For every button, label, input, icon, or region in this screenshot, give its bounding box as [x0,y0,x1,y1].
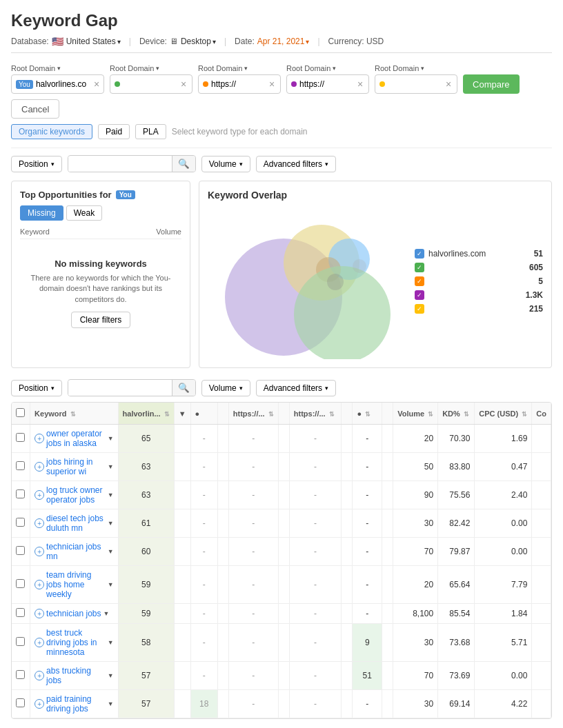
advanced-filters-button[interactable]: Advanced filters [256,156,336,172]
pla-button[interactable]: PLA [135,124,166,139]
close-icon-5[interactable]: × [446,79,451,90]
row-checkbox-1[interactable] [16,461,25,470]
th-check[interactable] [12,403,30,425]
row-kw-1[interactable]: + jobs hiring in superior wi ▼ [30,453,119,481]
country-dropdown[interactable]: United States [66,37,121,46]
search-input[interactable] [68,156,172,172]
domain-input-1[interactable]: You × [11,74,104,94]
row-checkbox-9[interactable] [16,698,25,707]
row-checkbox-2[interactable] [16,489,25,498]
cancel-button[interactable]: Cancel [11,99,59,119]
domain-input-2[interactable]: × [110,74,192,94]
domain-field-4[interactable] [299,79,355,89]
position-filter-button-2[interactable]: Position [11,380,62,396]
th-site4[interactable]: https://... ⇅ [289,403,342,425]
weak-tab[interactable]: Weak [66,205,102,221]
th-kd[interactable]: KD% ⇅ [438,403,475,425]
row-kw-3[interactable]: + diesel tech jobs duluth mn ▼ [30,509,119,538]
missing-tab[interactable]: Missing [20,205,63,221]
th-filter2[interactable] [217,403,228,425]
plus-icon-5[interactable]: + [34,580,44,589]
row-check-8[interactable] [12,662,30,690]
row-check-9[interactable] [12,690,30,718]
plus-icon-9[interactable]: + [34,699,44,709]
select-all-checkbox[interactable] [16,408,25,417]
date-dropdown[interactable]: Apr 21, 2021 [257,37,310,46]
close-icon-4[interactable]: × [357,79,363,90]
close-icon-2[interactable]: × [181,79,186,90]
row-checkbox-0[interactable] [16,433,25,442]
row-check-2[interactable] [12,481,30,509]
row-kw-8[interactable]: + abs trucking jobs ▼ [30,662,119,690]
row-checkbox-8[interactable] [16,670,25,679]
th-site3[interactable]: https://... ⇅ [228,403,278,425]
clear-filters-button[interactable]: Clear filters [71,312,131,328]
row-kw-5[interactable]: + team driving jobs home weekly ▼ [30,566,119,604]
row-kw-2[interactable]: + log truck owner operator jobs ▼ [30,481,119,509]
row-check-4[interactable] [12,538,30,566]
row-kw-7[interactable]: + best truck driving jobs in minnesota ▼ [30,624,119,662]
plus-icon-8[interactable]: + [34,671,44,680]
search-wrap[interactable]: 🔍 [68,155,196,172]
row-kw-0[interactable]: + owner operator jobs in alaska ▼ [30,425,119,453]
row-check-5[interactable] [12,566,30,604]
date-selector[interactable]: Date: Apr 21, 2021 [235,37,309,46]
domain-field-2[interactable] [123,79,178,89]
row-checkbox-5[interactable] [16,579,25,588]
row-check-3[interactable] [12,509,30,538]
row-check-6[interactable] [12,604,30,624]
volume-filter-button[interactable]: Volume [201,156,250,172]
organic-keywords-button[interactable]: Organic keywords [11,124,92,139]
plus-icon-7[interactable]: + [34,638,44,647]
row-check-1[interactable] [12,453,30,481]
device-dropdown[interactable]: Desktop [181,37,216,46]
th-co[interactable]: Co [532,403,551,425]
volume-filter-button-2[interactable]: Volume [201,380,250,396]
th-site5[interactable]: ● ⇅ [353,403,382,425]
domain-label-1[interactable]: Root Domain [11,64,104,72]
row-checkbox-7[interactable] [16,637,25,646]
compare-button[interactable]: Compare [463,74,519,94]
database-selector[interactable]: Database: 🇺🇸 United States [11,36,121,47]
domain-input-4[interactable]: × [286,74,369,94]
search-button-2[interactable]: 🔍 [172,380,195,396]
th-site1[interactable]: halvorlin... ⇅ [118,403,174,425]
device-selector[interactable]: Device: 🖥 Desktop [139,37,216,46]
domain-label-4[interactable]: Root Domain [286,64,369,72]
th-filter5[interactable] [382,403,393,425]
domain-input-5[interactable]: × [375,74,457,94]
th-cpc[interactable]: CPC (USD) ⇅ [475,403,532,425]
position-filter-button[interactable]: Position [11,156,62,172]
th-filter3[interactable] [278,403,289,425]
th-keyword[interactable]: Keyword ⇅ [30,403,119,425]
search-input-2[interactable] [68,381,172,396]
plus-icon-4[interactable]: + [34,547,44,556]
domain-label-3[interactable]: Root Domain [198,64,281,72]
plus-icon-3[interactable]: + [34,518,44,528]
domain-field-5[interactable] [388,79,443,89]
plus-icon-0[interactable]: + [34,434,44,443]
th-site2[interactable]: ● [190,403,217,425]
row-check-0[interactable] [12,425,30,453]
plus-icon-6[interactable]: + [34,609,44,618]
row-checkbox-4[interactable] [16,546,25,555]
domain-input-3[interactable]: × [198,74,281,94]
search-button[interactable]: 🔍 [172,156,195,172]
domain-field-1[interactable] [36,79,91,89]
advanced-filters-button-2[interactable]: Advanced filters [256,380,336,396]
row-checkbox-6[interactable] [16,608,25,617]
domain-field-3[interactable] [211,79,266,89]
plus-icon-1[interactable]: + [34,462,44,472]
th-volume[interactable]: Volume ⇅ [393,403,438,425]
row-kw-4[interactable]: + technician jobs mn ▼ [30,538,119,566]
close-icon-1[interactable]: × [94,79,99,90]
row-check-7[interactable] [12,624,30,662]
domain-label-2[interactable]: Root Domain [110,64,192,72]
paid-button[interactable]: Paid [98,124,130,139]
row-checkbox-3[interactable] [16,518,25,527]
close-icon-3[interactable]: × [269,79,275,90]
th-filter1[interactable]: ▼ [174,403,190,425]
row-kw-9[interactable]: + paid training driving jobs ▼ [30,690,119,718]
row-kw-6[interactable]: + technician jobs ▼ [30,604,119,624]
search-wrap-2[interactable]: 🔍 [68,379,196,396]
